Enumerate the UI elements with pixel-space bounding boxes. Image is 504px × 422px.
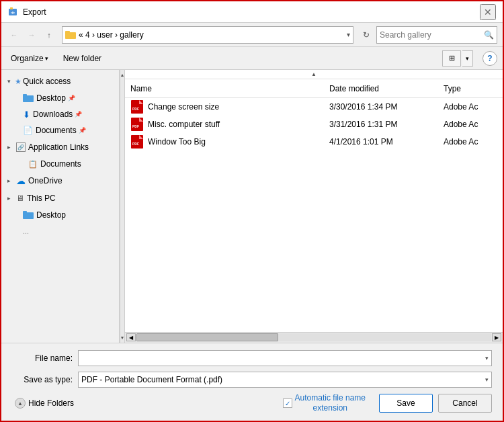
new-folder-button[interactable]: New folder — [58, 52, 107, 65]
scroll-thumb[interactable] — [136, 333, 278, 341]
save-type-label: Save as type: — [12, 375, 73, 384]
forward-button[interactable]: → — [24, 28, 39, 42]
file-name-label: File name: — [12, 353, 73, 363]
search-input[interactable] — [380, 30, 484, 40]
file-area: ▲ Name Date modified Type PDF — [125, 70, 503, 343]
chevron-right-icon: ▸ — [4, 142, 13, 152]
auto-extension-checkbox[interactable]: ✓ — [283, 398, 292, 408]
hide-folders-button[interactable]: ▲ Hide Folders — [12, 396, 77, 410]
sidebar-label-app-links: Application Links — [28, 142, 89, 152]
save-type-select[interactable]: PDF - Portable Document Format (.pdf) ▾ — [78, 372, 492, 388]
sort-up-arrow: ▲ — [311, 71, 317, 77]
sidebar-item-documents[interactable]: 📄 Documents 📌 — [1, 122, 119, 138]
navigation-toolbar: ← → ↑ « 4 › user › gallery ▾ ↻ 🔍 — [1, 23, 503, 47]
pdf-icon-svg-3: PDF — [131, 135, 143, 149]
file-date-1: 3/30/2016 1:34 PM — [329, 102, 444, 112]
save-button[interactable]: Save — [379, 394, 433, 413]
svg-text:PDF: PDF — [132, 124, 139, 128]
organize-button[interactable]: Organize ▾ — [7, 52, 52, 65]
dialog-title: Export — [23, 7, 46, 17]
star-icon: ★ — [15, 77, 22, 86]
sidebar-item-application-links[interactable]: ▸ 🔗 Application Links — [1, 138, 119, 156]
scroll-left-button[interactable]: ◀ — [126, 333, 136, 341]
refresh-button[interactable]: ↻ — [359, 28, 374, 42]
file-type-1: Adobe Ac — [444, 102, 497, 112]
up-button[interactable]: ↑ — [42, 28, 56, 42]
pdf-file-icon-3: PDF — [130, 135, 144, 149]
pdf-file-icon: PDF — [130, 100, 144, 114]
hide-folders-arrow-icon: ▲ — [15, 398, 26, 409]
chevron-right-icon-pc: ▸ — [4, 194, 13, 203]
sidebar-item-desktop2[interactable]: Desktop — [1, 207, 119, 223]
view-button[interactable]: ⊞ — [442, 50, 461, 67]
bottom-section: File name: ▾ Save as type: PDF - Portabl… — [1, 343, 503, 421]
col-name-header[interactable]: Name — [130, 84, 329, 93]
table-row[interactable]: PDF Window Too Big 4/1/2016 1:01 PM Adob… — [125, 133, 503, 151]
table-row[interactable]: PDF Misc. computer stuff 3/31/2016 1:31 … — [125, 116, 503, 133]
sidebar-item-app-documents[interactable]: 📋 Documents — [1, 156, 119, 172]
save-type-value: PDF - Portable Document Format (.pdf) — [81, 375, 222, 384]
sidebar-item-desktop[interactable]: Desktop 📌 — [1, 90, 119, 106]
checkbox-label-text: Automatic file nameextension — [295, 393, 366, 414]
export-icon — [8, 7, 19, 17]
col-date-header[interactable]: Date modified — [329, 84, 444, 93]
sidebar-scroll-up[interactable]: ▲ — [120, 70, 124, 79]
view-chevron[interactable]: ▾ — [462, 50, 473, 67]
sidebar-label-app-documents: Documents — [40, 159, 81, 169]
sidebar-item-onedrive[interactable]: ▸ ☁ OneDrive — [1, 172, 119, 189]
pin-icon-downloads: 📌 — [75, 111, 82, 118]
bottom-actions: ▲ Hide Folders ✓ Automatic file nameexte… — [12, 393, 492, 414]
sidebar-label-onedrive: OneDrive — [28, 176, 62, 185]
organize-toolbar: Organize ▾ New folder ⊞ ▾ ? — [1, 47, 503, 70]
file-name-input[interactable]: ▾ — [78, 350, 492, 366]
app-links-icon: 🔗 — [16, 142, 26, 152]
save-type-row: Save as type: PDF - Portable Document Fo… — [12, 372, 492, 388]
file-type-3: Adobe Ac — [444, 137, 497, 146]
help-button[interactable]: ? — [482, 51, 497, 66]
doc-icon: 📄 — [23, 126, 33, 135]
file-name-3: Window Too Big — [148, 137, 329, 146]
pin-icon: 📌 — [68, 95, 75, 101]
cancel-button[interactable]: Cancel — [438, 394, 492, 413]
file-list: PDF Change screen size 3/30/2016 1:34 PM… — [125, 98, 503, 332]
download-icon: ⬇ — [23, 110, 30, 120]
sidebar-item-quick-access[interactable]: ▾ ★ Quick access — [1, 73, 119, 90]
sort-indicator: ▲ — [125, 70, 503, 79]
title-left: Export — [8, 7, 46, 17]
pdf-icon-svg-2: PDF — [131, 118, 143, 131]
main-content: ▾ ★ Quick access Desktop 📌 ⬇ Downloads 📌… — [1, 70, 503, 343]
monitor-icon: 🖥 — [16, 194, 24, 203]
file-name-1: Change screen size — [148, 102, 329, 112]
export-dialog: Export ✕ ← → ↑ « 4 › user › gallery ▾ ↻ … — [0, 0, 504, 422]
file-type-2: Adobe Ac — [444, 120, 497, 129]
small-doc-icon: 📋 — [28, 160, 38, 169]
table-row[interactable]: PDF Change screen size 3/30/2016 1:34 PM… — [125, 98, 503, 116]
breadcrumb-bar[interactable]: « 4 › user › gallery ▾ — [62, 26, 353, 44]
sidebar-scroll-down[interactable]: ▼ — [120, 333, 124, 343]
view-options: ⊞ ▾ — [442, 50, 473, 67]
horizontal-scrollbar[interactable]: ◀ ▶ — [125, 332, 503, 343]
desktop-folder-icon2 — [23, 211, 34, 220]
col-type-header[interactable]: Type — [444, 84, 497, 93]
scroll-right-button[interactable]: ▶ — [492, 333, 501, 341]
breadcrumb-chevron: ▾ — [347, 31, 350, 38]
pdf-file-icon-2: PDF — [130, 118, 144, 131]
back-button[interactable]: ← — [7, 28, 22, 42]
svg-rect-7 — [23, 94, 27, 97]
scroll-track[interactable] — [136, 333, 491, 341]
auto-extension-checkbox-label[interactable]: ✓ Automatic file nameextension — [283, 393, 366, 414]
pdf-icon-svg: PDF — [131, 100, 143, 114]
chevron-down-icon: ▾ — [4, 77, 13, 86]
svg-text:PDF: PDF — [132, 142, 139, 146]
sidebar-item-downloads[interactable]: ⬇ Downloads 📌 — [1, 106, 119, 122]
sidebar-scrollbar[interactable]: ▲ ▼ — [120, 70, 125, 343]
chevron-right-icon-onedrive: ▸ — [4, 176, 13, 185]
close-button[interactable]: ✕ — [480, 4, 496, 20]
sidebar-item-more[interactable]: ... — [1, 223, 119, 239]
sidebar-item-this-pc[interactable]: ▸ 🖥 This PC — [1, 189, 119, 207]
sidebar-label-quick-access: Quick access — [23, 77, 71, 86]
search-icon[interactable]: 🔍 — [484, 30, 494, 40]
file-name-row: File name: ▾ — [12, 350, 492, 366]
svg-rect-9 — [23, 211, 27, 214]
file-input-arrow: ▾ — [485, 355, 489, 362]
